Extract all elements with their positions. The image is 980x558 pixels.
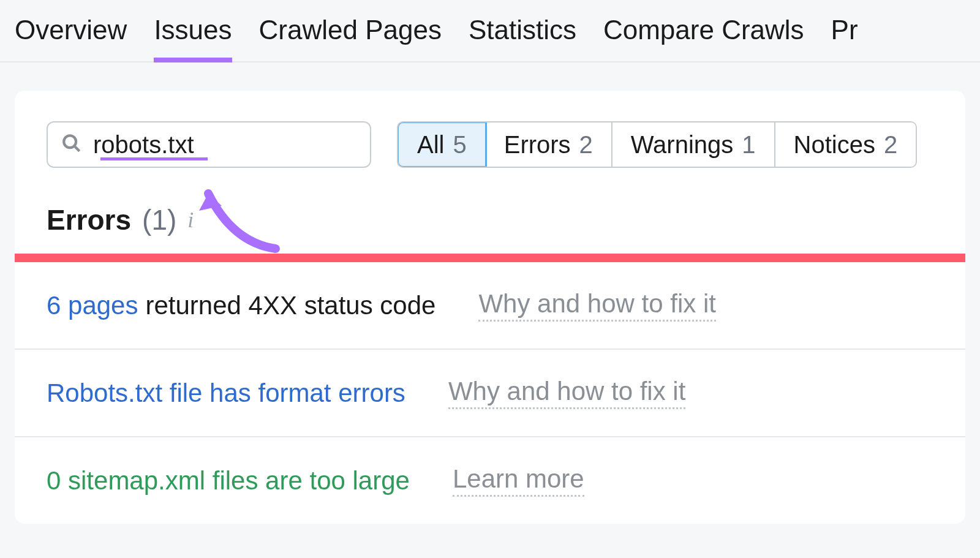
filter-warnings-count: 1 bbox=[742, 131, 755, 159]
tab-overview[interactable]: Overview bbox=[15, 0, 127, 61]
issue-link[interactable]: Robots.txt file has format errors bbox=[47, 379, 405, 408]
filter-notices[interactable]: Notices 2 bbox=[775, 123, 916, 167]
main-tabs: Overview Issues Crawled Pages Statistics… bbox=[0, 0, 980, 62]
issue-text: Robots.txt file has format errors bbox=[47, 379, 405, 408]
errors-title: Errors bbox=[47, 203, 131, 236]
errors-header: Errors (1) i bbox=[15, 168, 965, 254]
info-icon[interactable]: i bbox=[187, 207, 194, 233]
issue-row: 0 sitemap.xml files are too large Learn … bbox=[15, 437, 965, 524]
search-underline bbox=[100, 157, 208, 160]
search-input[interactable] bbox=[93, 131, 403, 159]
issue-row: 6 pages returned 4XX status code Why and… bbox=[15, 262, 965, 350]
filter-errors-label: Errors bbox=[504, 131, 571, 159]
svg-line-1 bbox=[74, 146, 80, 151]
svg-point-0 bbox=[64, 135, 76, 148]
issue-link[interactable]: 6 pages bbox=[47, 291, 138, 320]
search-icon bbox=[61, 133, 82, 156]
filter-all[interactable]: All 5 bbox=[397, 121, 487, 168]
filter-notices-label: Notices bbox=[794, 131, 875, 159]
help-link[interactable]: Why and how to fix it bbox=[478, 289, 716, 322]
filter-warnings-label: Warnings bbox=[631, 131, 733, 159]
issue-row: Robots.txt file has format errors Why an… bbox=[15, 350, 965, 437]
help-link[interactable]: Why and how to fix it bbox=[448, 377, 686, 409]
tab-issues[interactable]: Issues bbox=[154, 0, 232, 61]
issue-suffix: returned 4XX status code bbox=[145, 291, 435, 320]
filter-errors[interactable]: Errors 2 bbox=[486, 123, 612, 167]
tab-crawled-pages[interactable]: Crawled Pages bbox=[259, 0, 442, 61]
issue-link[interactable]: 0 sitemap.xml files are too large bbox=[47, 466, 410, 496]
tab-compare-crawls[interactable]: Compare Crawls bbox=[603, 0, 804, 61]
filter-errors-count: 2 bbox=[579, 131, 593, 159]
controls-row: All 5 Errors 2 Warnings 1 Notices 2 bbox=[15, 121, 965, 168]
errors-separator-bar bbox=[15, 254, 965, 262]
search-box bbox=[47, 121, 371, 168]
filter-warnings[interactable]: Warnings 1 bbox=[612, 123, 775, 167]
help-link[interactable]: Learn more bbox=[453, 464, 584, 497]
filter-all-count: 5 bbox=[453, 131, 466, 159]
filter-all-label: All bbox=[417, 131, 444, 159]
tab-statistics[interactable]: Statistics bbox=[469, 0, 576, 61]
issue-text: 6 pages returned 4XX status code bbox=[47, 291, 435, 320]
issue-text: 0 sitemap.xml files are too large bbox=[47, 466, 410, 496]
filter-notices-count: 2 bbox=[884, 131, 897, 159]
filter-group: All 5 Errors 2 Warnings 1 Notices 2 bbox=[397, 121, 917, 168]
tab-progress[interactable]: Pr bbox=[831, 0, 858, 61]
issues-card: All 5 Errors 2 Warnings 1 Notices 2 Erro… bbox=[15, 91, 965, 524]
errors-count: (1) bbox=[142, 203, 176, 236]
